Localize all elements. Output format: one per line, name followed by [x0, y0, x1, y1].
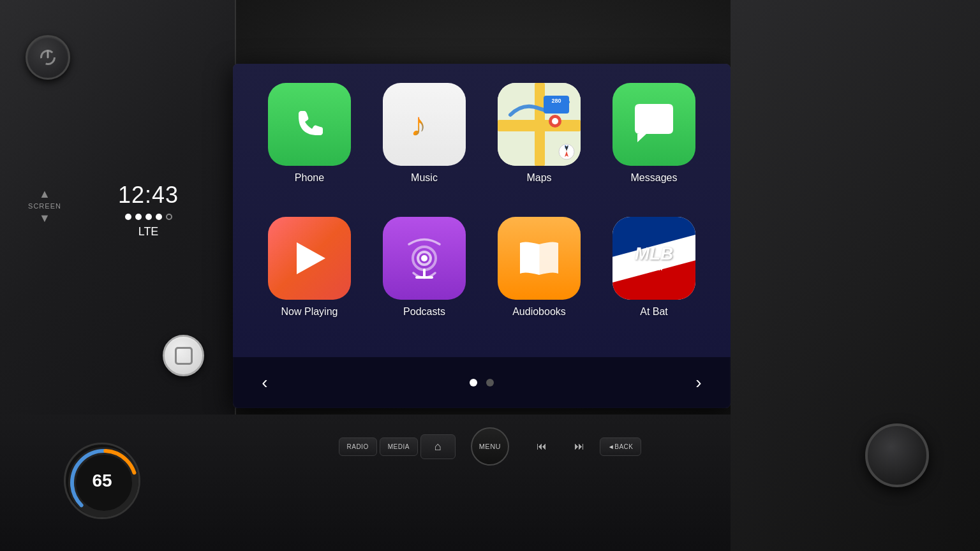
nowplaying-svg: [284, 233, 335, 284]
app-maps[interactable]: 280 N Maps: [488, 83, 590, 210]
messages-label: Messages: [631, 172, 678, 184]
maps-icon: 280 N: [498, 83, 581, 166]
messages-svg: [628, 99, 679, 150]
nowplaying-icon: [268, 217, 351, 300]
nowplaying-label: Now Playing: [281, 306, 338, 318]
radio-button[interactable]: RADIO: [339, 437, 377, 456]
phone-icon: [268, 83, 351, 166]
mlb-text: MLB: [635, 245, 674, 263]
app-grid: Phone ♪ Music: [233, 64, 731, 357]
dot-1: [125, 214, 131, 220]
button-row: RADIO MEDIA ⌂ MENU ⏮ ⏭ ◄BACK: [339, 427, 642, 466]
speedometer-circle: 65: [64, 443, 140, 519]
nav-dots: [470, 379, 494, 386]
music-label: Music: [411, 172, 438, 184]
speed-display: 65: [92, 471, 112, 491]
mlb-dot-com: .com: [645, 264, 663, 272]
app-nowplaying[interactable]: Now Playing: [258, 217, 360, 344]
menu-label: MENU: [479, 443, 501, 450]
messages-icon: [612, 83, 695, 166]
maps-label: Maps: [526, 172, 551, 184]
nav-dot-2[interactable]: [486, 379, 494, 386]
status-area: 12:43 LTE: [118, 182, 179, 239]
menu-button[interactable]: MENU: [471, 427, 509, 466]
time-display: 12:43: [118, 182, 179, 209]
power-icon: [39, 48, 57, 66]
screen-down-icon[interactable]: ▼: [39, 212, 50, 224]
back-button[interactable]: ◄BACK: [600, 437, 642, 456]
mlb-label: At Bat: [640, 306, 668, 318]
dot-3: [145, 214, 152, 220]
screen-up-icon[interactable]: ▲: [39, 188, 50, 200]
left-panel: ▲ SCREEN ▼ 12:43 LTE: [0, 0, 236, 415]
audiobooks-label: Audiobooks: [512, 306, 566, 318]
maps-svg: 280 N: [498, 83, 581, 166]
right-knob[interactable]: [865, 423, 929, 487]
music-svg: ♪: [399, 99, 450, 150]
screen-controls: ▲ SCREEN ▼: [13, 188, 77, 224]
power-button[interactable]: [26, 35, 70, 80]
right-panel: [731, 0, 980, 551]
mlb-icon: MLB .com: [612, 217, 695, 300]
podcasts-label: Podcasts: [403, 306, 445, 318]
home-button-icon: [175, 347, 193, 365]
lte-signal: LTE: [118, 225, 179, 239]
app-podcasts[interactable]: Podcasts: [373, 217, 475, 344]
mlb-wrapper: MLB .com: [612, 217, 695, 300]
home-button[interactable]: [163, 335, 204, 376]
prev-track-button[interactable]: ⏮: [524, 436, 560, 457]
phone-svg: [287, 102, 332, 147]
app-audiobooks[interactable]: Audiobooks: [488, 217, 590, 344]
dot-2: [135, 214, 142, 220]
speedometer: 65: [64, 443, 147, 525]
bottom-nav: ‹ ›: [233, 357, 731, 408]
app-messages[interactable]: Messages: [603, 83, 705, 210]
home-phy-button[interactable]: ⌂: [420, 434, 456, 459]
screen-label: SCREEN: [28, 202, 61, 210]
podcasts-icon: [383, 217, 466, 300]
back-arrow[interactable]: ‹: [252, 372, 278, 393]
dot-4: [156, 214, 162, 220]
nav-dot-1[interactable]: [470, 379, 477, 386]
media-button[interactable]: MEDIA: [380, 437, 418, 456]
svg-text:280: 280: [551, 98, 561, 104]
svg-point-9: [552, 118, 558, 124]
app-mlb[interactable]: MLB .com At Bat: [603, 217, 705, 344]
app-phone[interactable]: Phone: [258, 83, 360, 210]
page-dots: [118, 214, 179, 220]
svg-text:♪: ♪: [410, 106, 427, 143]
next-track-button[interactable]: ⏭: [562, 436, 597, 457]
app-music[interactable]: ♪ Music: [373, 83, 475, 210]
music-icon: ♪: [383, 83, 466, 166]
svg-point-17: [421, 255, 427, 261]
podcasts-svg: [397, 231, 452, 286]
svg-marker-14: [297, 242, 325, 274]
audiobooks-svg: [512, 231, 567, 286]
phone-label: Phone: [295, 172, 324, 184]
forward-arrow[interactable]: ›: [686, 372, 711, 393]
svg-rect-5: [535, 83, 545, 166]
dot-5: [166, 214, 172, 220]
audiobooks-icon: [498, 217, 581, 300]
carplay-screen: Phone ♪ Music: [233, 64, 731, 408]
